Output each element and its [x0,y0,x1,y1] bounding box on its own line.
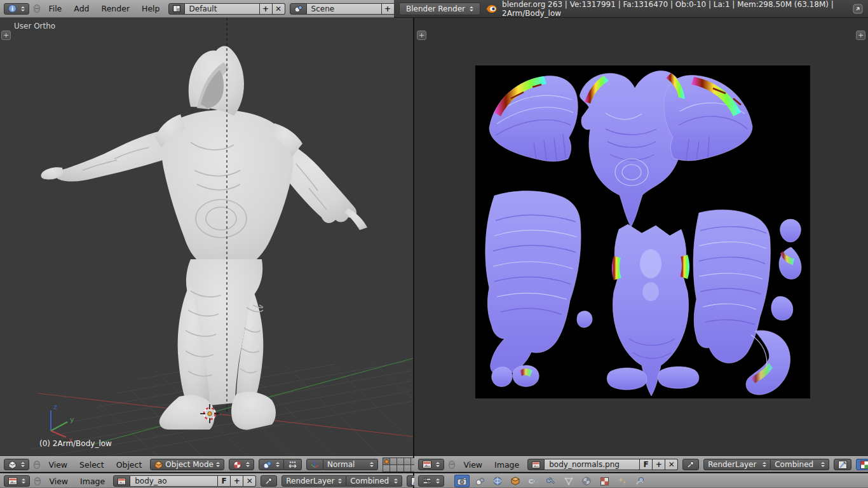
layers-widget-group1[interactable] [383,458,418,472]
tab-scene[interactable] [472,475,487,487]
manipulator-widget-toggle[interactable] [306,459,323,470]
render-pass-select[interactable]: Combined [346,475,402,487]
region-expand-handle[interactable]: + [417,30,426,40]
normal-map-image [414,18,868,456]
pivot-point-select[interactable] [259,459,284,470]
menu-view[interactable]: View [44,460,71,470]
scene-name-field[interactable]: Scene [307,3,382,15]
tab-texture[interactable] [597,475,612,487]
3d-scene-render: z y x [0,18,413,456]
menu-object[interactable]: Object [112,460,146,470]
render-layer-select[interactable]: RenderLayer [281,475,346,487]
3d-view-editor-icon [8,461,17,469]
editor-type-selector-properties[interactable] [418,475,444,487]
screen-browse-button[interactable] [168,3,185,15]
mode-select[interactable]: Object Mode [150,459,224,470]
view-name-label: User Ortho [14,22,55,30]
menu-file[interactable]: File [44,4,65,13]
image-browse-button[interactable] [113,475,130,487]
collapse-menus-icon[interactable]: − [449,461,455,469]
3d-viewport-canvas[interactable]: z y x User Ortho (0) 2Arm/Body_low + [0,18,413,456]
image-datablock-icon [532,461,540,468]
menu-view[interactable]: View [45,477,72,486]
object-cube-icon [511,477,520,485]
tab-physics[interactable] [632,475,648,487]
constraint-chain-icon [529,477,538,485]
editor-type-selector-image[interactable] [4,475,30,487]
delete-screen-button[interactable]: ✕ [273,3,285,15]
maximize-window-icon[interactable] [853,4,863,14]
new-image-button[interactable]: + [231,475,243,487]
menu-select[interactable]: Select [76,460,108,470]
center-points-arrows-icon [288,461,297,469]
dropdown-arrows-icon [436,478,440,484]
pin-image-toggle[interactable] [261,475,277,487]
fake-user-button[interactable]: F [218,475,231,487]
screen-layout-icon [173,5,180,12]
scene-browse-button[interactable] [290,3,307,15]
dropdown-arrows-icon [394,478,398,484]
add-scene-button[interactable]: + [382,3,395,15]
image-name-field[interactable]: body_normals.png [545,459,640,470]
editor-type-selector-3d[interactable] [4,459,29,470]
properties-editor-header [414,473,868,488]
render-layer-select[interactable]: RenderLayer [703,459,771,470]
shading-sphere-icon [233,461,241,469]
uv-image-canvas[interactable]: + + [414,18,868,456]
menu-add[interactable]: Add [70,4,93,13]
viewport-shading-select[interactable] [229,459,254,470]
tab-render[interactable] [454,475,470,487]
image-editor-icon [8,477,17,485]
region-expand-handle[interactable]: + [1,30,11,40]
unlink-image-button[interactable]: ✕ [243,475,256,487]
fake-user-button[interactable]: F [640,459,653,470]
svg-text:i: i [11,6,13,12]
render-camera-icon [457,477,467,485]
svg-text:y: y [70,416,74,424]
menu-image[interactable]: Image [76,477,109,486]
image-name-field[interactable]: body_ao [130,475,218,487]
menu-view[interactable]: View [459,460,486,470]
uv-editor-header: − View Image body_normals.png F + ✕ Rend… [414,456,868,472]
unlink-image-button[interactable]: ✕ [665,459,678,470]
tab-object[interactable] [508,475,523,487]
3d-viewport-header: − View Select Object Object Mode [0,456,413,472]
pin-icon [687,461,695,468]
menu-render[interactable]: Render [98,4,134,13]
editor-type-selector-image[interactable] [418,459,444,470]
tab-modifiers[interactable] [543,475,559,487]
manipulate-center-points-toggle[interactable] [284,459,302,470]
screen-name-field[interactable]: Default [185,3,260,15]
object-mode-cube-icon [154,461,163,469]
tab-world[interactable] [490,475,505,487]
transform-orientation-select[interactable]: Normal [323,459,378,470]
tab-particles[interactable] [614,475,630,487]
menu-help[interactable]: Help [138,4,164,13]
tab-material[interactable] [579,475,594,487]
render-engine-select[interactable]: Blender Render [399,3,480,15]
collapse-menus-icon[interactable]: − [34,477,41,485]
blender-logo-icon [485,4,497,13]
image-browse-button[interactable] [527,459,545,470]
collapse-menus-icon[interactable]: − [34,461,40,469]
dropdown-arrows-icon [370,462,374,467]
region-expand-handle[interactable]: + [856,30,865,40]
close-icon: ✕ [275,4,281,13]
tab-constraints[interactable] [526,475,541,487]
axis-tripod-icon [311,461,319,469]
info-editor-icon: i [8,4,17,13]
new-image-button[interactable]: + [653,459,665,470]
render-pass-select[interactable]: Combined [771,459,829,470]
dropdown-arrows-icon [21,6,25,11]
tab-object-data[interactable] [561,475,576,487]
plus-icon: + [384,4,391,13]
pin-image-toggle[interactable] [682,459,699,470]
display-color-alpha-toggle[interactable] [856,459,868,470]
menu-image[interactable]: Image [491,460,523,470]
editor-type-selector-info[interactable]: i [4,3,29,15]
particles-sparkle-icon [618,477,627,485]
image-paint-toggle[interactable] [834,459,851,470]
add-screen-button[interactable]: + [260,3,273,15]
collapse-menus-icon[interactable]: − [34,4,40,13]
info-header-left: i − File Add Render Help Default + ✕ [0,0,394,18]
